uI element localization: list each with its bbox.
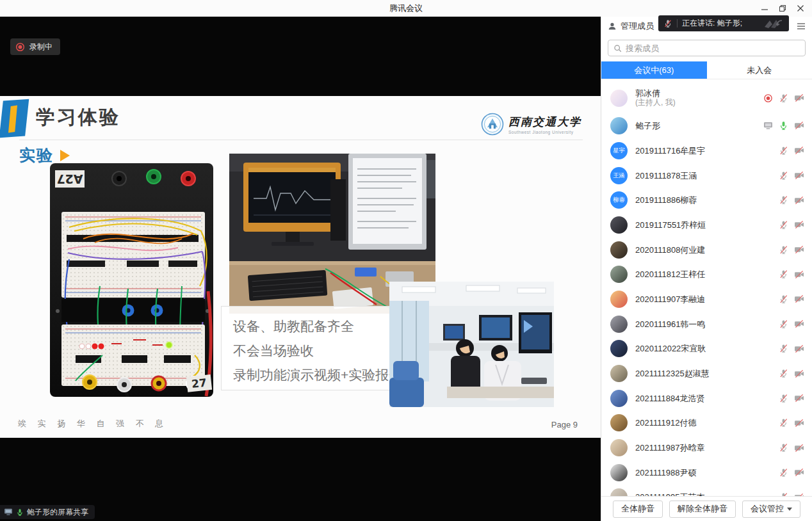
slide-caption-box: 设备、助教配备齐全 不会当场验收 录制功能演示视频+实验报告 [221, 306, 392, 390]
board-label-27: 27 [186, 374, 212, 392]
avatar [610, 488, 628, 496]
member-row[interactable]: 2021111987孙晗章 [601, 435, 812, 460]
camera-muted-icon[interactable] [794, 121, 804, 130]
mic-muted-icon[interactable] [779, 418, 788, 428]
chevron-down-icon [787, 508, 792, 511]
camera-muted-icon[interactable] [794, 270, 804, 279]
camera-muted-icon[interactable] [794, 419, 804, 428]
member-row[interactable]: 2021111995王艺杰 [601, 485, 812, 496]
camera-muted-icon[interactable] [794, 394, 804, 403]
avatar [610, 464, 628, 481]
member-row[interactable]: 2021111912付德 [601, 411, 812, 436]
search-input[interactable] [626, 44, 800, 53]
camera-muted-icon[interactable] [794, 344, 804, 353]
window-title: 腾讯会议 [0, 3, 812, 14]
close-button[interactable] [792, 0, 809, 17]
member-row[interactable]: 2020111907李融迪 [601, 287, 812, 312]
search-box[interactable] [608, 40, 806, 56]
camera-muted-icon[interactable] [794, 245, 804, 254]
camera-muted-icon[interactable] [794, 220, 804, 229]
member-row[interactable]: 柳蓉 2019111886柳蓉 [601, 188, 812, 212]
avatar: 柳蓉 [610, 191, 628, 209]
caption-line: 不会当场验收 [233, 339, 391, 363]
camera-muted-icon[interactable] [794, 319, 804, 328]
avatar [610, 241, 628, 259]
mic-muted-icon[interactable] [779, 344, 788, 353]
mic-on-icon[interactable] [779, 121, 788, 131]
mute-all-button[interactable]: 全体静音 [613, 501, 663, 518]
avatar [610, 439, 628, 456]
tab-in-meeting[interactable]: 会议中(63) [601, 61, 707, 79]
mic-muted-icon[interactable] [779, 171, 788, 180]
member-name: 鲍子形 [635, 121, 660, 131]
member-list[interactable]: 郭冰倩 (主持人, 我) [601, 83, 812, 496]
hamburger-icon [797, 22, 806, 30]
camera-muted-icon[interactable] [794, 369, 804, 378]
caption-line: 录制功能演示视频+实验报告 [233, 363, 391, 387]
mic-muted-icon[interactable] [779, 245, 788, 255]
panel-menu-button[interactable] [797, 22, 806, 30]
panel-title: 管理成员 [621, 20, 654, 32]
member-row[interactable]: 星宇 2019111716牟星宇 [601, 138, 812, 163]
member-row[interactable]: 王涵 2019111878王涵 [601, 163, 812, 188]
meeting-control-button[interactable]: 会议管控 [742, 501, 800, 518]
member-tabs: 会议中(63) 未入会 [601, 61, 812, 79]
recording-icon [763, 93, 773, 103]
speaking-toast: 正在讲话: 鲍子形; [658, 15, 789, 31]
university-name-en: Southwest Jiaotong University [508, 130, 581, 134]
camera-muted-icon[interactable] [794, 171, 804, 180]
restore-icon [779, 4, 786, 12]
mic-muted-icon[interactable] [779, 443, 788, 453]
camera-muted-icon[interactable] [794, 468, 804, 477]
mic-muted-icon[interactable] [779, 319, 788, 329]
mic-muted-icon[interactable] [779, 468, 788, 477]
tab-not-joined[interactable]: 未入会 [707, 61, 812, 79]
avatar: 星宇 [610, 142, 628, 159]
member-row[interactable]: 2021111884龙浩贤 [601, 386, 812, 411]
member-management-panel: 管理成员 会议中(63) 未入会 郭冰倩 (主持人, 我) [601, 17, 812, 521]
slide-motto: 竢 实 扬 华 自 强 不 息 [18, 418, 168, 429]
members-icon [608, 22, 617, 31]
camera-muted-icon[interactable] [794, 444, 804, 453]
member-name: 2020111907李融迪 [635, 294, 705, 304]
mic-muted-icon[interactable] [779, 93, 788, 103]
camera-muted-icon[interactable] [794, 196, 804, 205]
member-row[interactable]: 20211112325赵淑慧 [601, 361, 812, 386]
member-role: (主持人, 我) [635, 98, 676, 108]
mic-muted-icon[interactable] [779, 269, 788, 279]
mic-muted-icon[interactable] [779, 146, 788, 156]
university-crest-icon [481, 113, 504, 136]
member-row[interactable]: 2021111988尹硕 [601, 460, 812, 485]
search-icon [613, 44, 622, 52]
university-name-cn: 西南交通大学 [508, 115, 581, 129]
share-banner-label: 鲍子形的屏幕共享 [27, 507, 88, 518]
member-row[interactable]: 郭冰倩 (主持人, 我) [601, 83, 812, 113]
camera-muted-icon[interactable] [794, 294, 804, 303]
member-name: 2021111912付德 [635, 418, 696, 428]
member-row[interactable]: 2020111812王梓任 [601, 262, 812, 287]
triangle-icon [60, 150, 70, 161]
member-row[interactable]: 2020111808何业建 [601, 237, 812, 262]
unmute-all-button[interactable]: 解除全体静音 [669, 501, 736, 518]
member-row[interactable]: 2019117551乔梓烜 [601, 212, 812, 237]
member-row[interactable]: 鲍子形 [601, 113, 812, 138]
avatar: 王涵 [610, 167, 628, 184]
member-row[interactable]: 2020111961韩一鸣 [601, 312, 812, 337]
camera-muted-icon[interactable] [794, 146, 804, 155]
mic-muted-icon[interactable] [779, 394, 788, 403]
mic-muted-icon[interactable] [779, 220, 788, 230]
mic-muted-icon[interactable] [779, 369, 788, 378]
member-row[interactable]: 2020112022宋宜耿 [601, 337, 812, 362]
camera-muted-icon[interactable] [794, 93, 804, 102]
svg-text:A27: A27 [56, 172, 83, 186]
minimize-button[interactable] [756, 0, 774, 17]
university-logo: 西南交通大学 Southwest Jiaotong University [481, 113, 581, 136]
mic-muted-icon[interactable] [779, 294, 788, 304]
board-label-a27: A27 [55, 170, 85, 188]
toast-divider [677, 19, 678, 28]
slide-page-number: Page 9 [551, 420, 578, 429]
member-name: 2019111716牟星宇 [635, 146, 705, 156]
mic-muted-icon[interactable] [779, 195, 788, 205]
caption-line: 设备、助教配备齐全 [233, 314, 391, 339]
restore-button[interactable] [774, 0, 792, 17]
